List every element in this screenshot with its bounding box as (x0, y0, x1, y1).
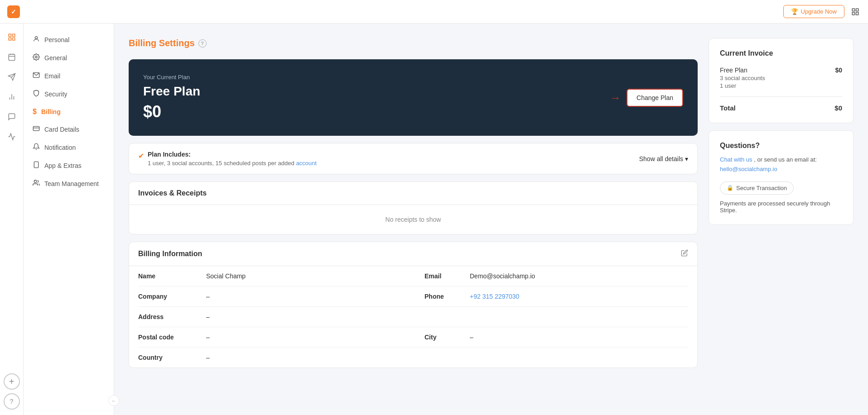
sidebar-label-app-extras: App & Extras (44, 162, 82, 169)
billing-row-company: Company – Phone +92 315 2297030 (138, 286, 688, 307)
invoice-plan-sub1: 3 social accounts (720, 75, 765, 81)
lock-icon: 🔒 (727, 185, 733, 191)
svg-rect-8 (9, 54, 15, 61)
nav-bottom: + ? (4, 373, 20, 410)
nav-icon-chart[interactable] (4, 89, 20, 105)
nav-icon-add[interactable]: + (4, 373, 20, 390)
billing-row-country: Country – (138, 348, 688, 367)
change-plan-label: Change Plan (637, 94, 673, 101)
sidebar: Personal General Email Security $ Billin… (24, 24, 114, 415)
show-all-details-button[interactable]: Show all details ▾ (639, 155, 688, 162)
questions-title: Questions? (720, 142, 842, 150)
sidebar-collapse-button[interactable]: ← (108, 395, 119, 406)
nav-icon-chat[interactable] (4, 109, 20, 125)
plan-includes-text: Plan Includes: 1 user, 3 social accounts… (148, 151, 317, 167)
invoice-divider (720, 96, 842, 97)
main-content: Billing Settings ? Your Current Plan Fre… (114, 24, 868, 415)
nav-icon-send[interactable] (4, 69, 20, 85)
sidebar-item-email[interactable]: Email (24, 67, 114, 85)
icon-nav: + ? (0, 24, 24, 415)
chevron-down-icon: ▾ (685, 155, 688, 162)
sidebar-label-billing: Billing (41, 108, 61, 115)
sidebar-item-card-details[interactable]: Card Details (24, 120, 114, 138)
arrow-indicator: → (610, 91, 621, 104)
svg-point-24 (34, 180, 36, 182)
show-details-label: Show all details (639, 155, 683, 162)
topbar: ✓ 🏆 Upgrade Now (0, 0, 868, 24)
page-title-area: Billing Settings ? (129, 38, 698, 48)
billing-info-header: Billing Information (129, 242, 697, 266)
checkmark-icon: ✔ (138, 152, 144, 160)
invoice-plan-price: $0 (835, 67, 842, 74)
billing-row-address: Address – (138, 307, 688, 327)
current-plan-label: Your Current Plan (143, 74, 683, 81)
email-label: Email (424, 272, 470, 280)
email-value: Demo@socialchamp.io (470, 272, 688, 280)
nav-icon-calendar[interactable] (4, 49, 20, 65)
shield-icon (33, 90, 40, 99)
plan-includes-label: Plan Includes: (148, 151, 191, 158)
edit-icon[interactable] (681, 249, 688, 258)
team-icon (33, 179, 40, 188)
postal-label: Postal code (138, 334, 206, 341)
svg-rect-0 (852, 9, 854, 11)
sidebar-item-general[interactable]: General (24, 49, 114, 67)
sidebar-label-card-details: Card Details (44, 126, 79, 133)
topbar-left: ✓ (7, 5, 20, 18)
nav-icon-help[interactable]: ? (4, 393, 20, 410)
postal-value: – (206, 334, 424, 341)
sidebar-item-team-management[interactable]: Team Management (24, 175, 114, 193)
nav-icon-analytics[interactable] (4, 129, 20, 145)
sidebar-item-security[interactable]: Security (24, 85, 114, 103)
help-icon[interactable]: ? (198, 39, 207, 48)
sidebar-label-general: General (44, 54, 67, 62)
sidebar-label-security: Security (44, 91, 68, 98)
country-label: Country (138, 354, 206, 361)
secure-label: Secure Transaction (736, 185, 787, 191)
sidebar-label-notification: Notification (44, 144, 76, 151)
gear-icon (33, 53, 40, 62)
svg-rect-1 (856, 9, 858, 11)
plan-includes-section: ✔ Plan Includes: 1 user, 3 social accoun… (129, 143, 698, 174)
upgrade-button[interactable]: 🏆 Upgrade Now (783, 5, 845, 18)
sidebar-item-billing[interactable]: $ Billing (24, 103, 114, 120)
billing-info-title: Billing Information (138, 250, 202, 258)
change-plan-button[interactable]: Change Plan (627, 89, 683, 107)
invoice-plan-sub2: 1 user (720, 82, 765, 89)
name-label: Name (138, 272, 206, 280)
questions-middle-text: , or send us an email at: (754, 156, 817, 163)
page-title: Billing Settings (129, 38, 195, 48)
sidebar-item-app-extras[interactable]: App & Extras (24, 157, 114, 175)
questions-card: Questions? Chat with us , or send us an … (709, 130, 854, 225)
svg-rect-3 (856, 12, 858, 14)
svg-rect-5 (12, 34, 14, 36)
svg-rect-2 (852, 12, 854, 14)
svg-rect-7 (12, 38, 14, 40)
topbar-action-icon[interactable] (850, 6, 861, 17)
invoice-plan-label: Free Plan (720, 67, 765, 74)
secure-transaction-badge: 🔒 Secure Transaction (720, 181, 794, 195)
svg-point-18 (35, 56, 37, 58)
sidebar-item-personal[interactable]: Personal (24, 31, 114, 49)
account-link[interactable]: account (296, 160, 317, 167)
chat-with-us-link[interactable]: Chat with us (720, 156, 752, 163)
nav-icon-home[interactable] (4, 29, 20, 45)
topbar-right: 🏆 Upgrade Now (783, 5, 861, 18)
svg-rect-6 (9, 38, 11, 40)
plan-name: Free Plan (143, 84, 683, 99)
invoice-plan-details: Free Plan 3 social accounts 1 user (720, 67, 765, 89)
invoices-title: Invoices & Receipts (129, 182, 697, 205)
company-value: – (206, 293, 424, 300)
invoice-total-row: Total $0 (720, 104, 842, 112)
stripe-text: Payments are processed securely through … (720, 200, 842, 214)
sidebar-item-notification[interactable]: Notification (24, 138, 114, 157)
upgrade-label: Upgrade Now (801, 8, 837, 15)
email-link[interactable]: hello@socialchamp.io (720, 166, 777, 172)
company-label: Company (138, 293, 206, 300)
no-receipts-message: No receipts to show (129, 205, 697, 234)
city-value: – (470, 334, 688, 341)
plan-includes-description: 1 user, 3 social accounts, 15 scheduled … (148, 160, 317, 167)
plan-card: Your Current Plan Free Plan $0 → Change … (129, 59, 698, 136)
right-panel: Current Invoice Free Plan 3 social accou… (709, 38, 854, 401)
address-value: – (206, 313, 424, 320)
